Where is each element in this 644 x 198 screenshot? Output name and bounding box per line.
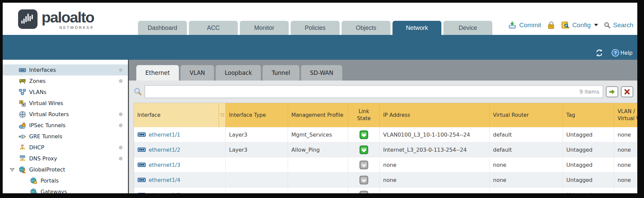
commit-button[interactable]: Commit [508,20,541,30]
cell-virtual-router: none [490,157,563,172]
col-header-interface[interactable]: Interface [134,103,219,127]
cell-tag: Untagged [563,157,614,172]
cell-virtual-router: none [490,188,563,193]
sidebar-item-virtual-routers[interactable]: Virtual Routers [3,109,128,120]
brand-subtitle: NETWORKS® [59,26,94,30]
cell-interface: ethernet1/1 [134,127,226,142]
cell-vlan-wire: none [614,157,637,172]
page-body: InterfacesZonesVLANsVirtual WiresVirtual… [3,60,637,193]
link-up-icon[interactable] [359,145,368,154]
tab-monitor[interactable]: Monitor [240,21,289,35]
subtab-tunnel[interactable]: Tunnel [263,65,299,81]
col-header-management-profile[interactable]: Management Profile [288,103,348,127]
col-header-ip-address[interactable]: IP Address [380,103,490,127]
tab-network[interactable]: Network [392,21,441,35]
commit-label: Commit [519,21,541,29]
sidebar-item-dns-proxy[interactable]: DNSDNS Proxy [3,153,128,164]
interface-link[interactable]: ethernet1/5 [137,192,180,193]
sidebar-item-virtual-wires[interactable]: Virtual Wires [3,98,128,109]
col-header-virtual-router[interactable]: Virtual Router [490,103,563,127]
cell-interface-type: Layer3 [226,142,288,157]
clear-x-icon [624,89,630,95]
brand-logo: paloalto NETWORKS® [18,9,94,30]
sort-caret-icon [220,113,225,117]
lock-icon[interactable] [547,20,556,30]
cell-management-profile [288,172,348,187]
status-dot [119,112,123,116]
cell-ip-address: none [380,172,490,187]
filter-input[interactable] [145,87,579,97]
apply-filter-button[interactable] [606,86,618,97]
status-dot [119,146,123,149]
subtab-vlan[interactable]: VLAN [181,65,214,81]
sidebar-item-globalprotect[interactable]: GlobalProtect [3,164,128,175]
cell-link-state [348,172,380,187]
cell-interface: ethernet1/2 [134,142,226,157]
interface-link[interactable]: ethernet1/1 [137,131,180,138]
config-menu-button[interactable]: Config [561,20,598,30]
col-header-tag[interactable]: Tag [563,103,614,127]
dhcp-icon: IP [19,144,26,151]
sidebar-item-gateways[interactable]: Gateways [3,186,128,193]
cell-virtual-router: none [490,172,563,187]
cell-management-profile: Allow_Ping [288,142,348,157]
link-up-icon[interactable] [359,130,368,139]
sidebar-item-label: GRE Tunnels [29,133,62,140]
tab-device[interactable]: Device [443,21,492,35]
sidebar-item-label: Interfaces [29,67,56,73]
filter-toolbar: 9 items [129,81,637,101]
clear-filter-button[interactable] [621,86,633,97]
link-down-icon[interactable] [359,160,368,169]
tab-objects[interactable]: Objects [342,21,390,35]
subtab-ethernet[interactable]: Ethernet [136,65,179,81]
virtual-wires-icon [19,100,26,107]
interface-name: ethernet1/4 [149,177,180,183]
tab-dashboard[interactable]: Dashboard [138,21,187,35]
main-panel: EthernetVLANLoopbackTunnelSD-WAN 9 items [129,60,637,193]
sidebar-item-interfaces[interactable]: Interfaces [3,64,128,76]
help-button[interactable]: ? Help [612,49,633,57]
cell-ip-address: none [380,157,490,172]
link-down-icon[interactable] [359,191,368,194]
col-header-interface-type[interactable]: Interface Type [226,103,288,127]
help-label: Help [621,50,633,56]
cell-interface: ethernet1/5 [134,188,226,193]
sidebar-item-portals[interactable]: Portals [3,175,128,186]
refresh-icon[interactable] [595,49,603,57]
column-menu-button[interactable] [219,103,226,127]
dns-proxy-icon: DNS [19,155,26,162]
expand-triangle-icon[interactable] [10,168,15,172]
secondary-bar-tools: ? Help [595,49,633,57]
subtab-loopback[interactable]: Loopback [216,65,261,81]
interface-link[interactable]: ethernet1/2 [137,146,180,153]
filter-search-icon [134,88,142,96]
interface-name: ethernet1/5 [149,192,180,194]
link-down-icon[interactable] [359,176,368,185]
tab-policies[interactable]: Policies [291,21,340,35]
ethernet-port-icon [137,161,146,168]
col-header-vlan-virtual-wire[interactable]: VLAN / Virtual Wire [614,103,637,127]
svg-text:?: ? [614,50,617,55]
sidebar-item-dhcp[interactable]: IPDHCP [3,142,128,153]
status-dot [119,123,123,127]
cell-link-state [348,142,380,157]
col-header-link-state[interactable]: Link State [348,103,380,127]
cell-ip-address: VLAN0100_L3_10-1-100-254--24 [380,127,490,142]
cell-tag: Untagged [563,188,614,193]
sidebar-item-zones[interactable]: Zones [3,76,128,87]
portals-icon [30,177,38,185]
cell-vlan-wire: none [614,188,637,193]
svg-text:DNS: DNS [20,155,25,158]
subtab-sd-wan[interactable]: SD-WAN [301,65,343,81]
interface-link[interactable]: ethernet1/4 [137,177,180,183]
help-icon: ? [612,49,619,57]
cell-vlan-wire: none [614,142,637,157]
interface-name: ethernet1/1 [149,132,180,138]
tab-acc[interactable]: ACC [189,21,238,35]
sidebar-item-ipsec-tunnels[interactable]: IPSec Tunnels [3,120,128,131]
sidebar-item-vlans[interactable]: VLANs [3,87,128,98]
sidebar-item-gre-tunnels[interactable]: GRE Tunnels [3,131,128,142]
interface-name: ethernet1/2 [149,147,180,153]
search-button[interactable]: Search [603,21,633,29]
interface-link[interactable]: ethernet1/3 [137,161,180,168]
